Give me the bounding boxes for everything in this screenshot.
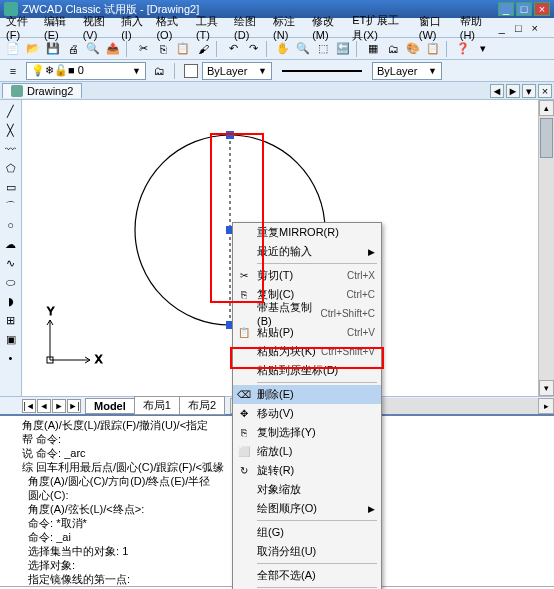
maximize-button[interactable]: □ bbox=[516, 2, 532, 16]
doc-tab-active[interactable]: Drawing2 bbox=[2, 83, 82, 98]
menu-item[interactable]: ✥移动(V) bbox=[233, 404, 381, 423]
du-icon[interactable]: ▾ bbox=[474, 40, 492, 58]
match-icon[interactable]: 🖌 bbox=[194, 40, 212, 58]
copy-icon[interactable]: ⎘ bbox=[154, 40, 172, 58]
props-icon[interactable]: ▦ bbox=[364, 40, 382, 58]
spline-icon[interactable]: ∿ bbox=[2, 254, 20, 272]
tab-next[interactable]: ► bbox=[506, 84, 520, 98]
layout-1[interactable]: 布局1 bbox=[134, 396, 180, 415]
open-icon[interactable]: 📂 bbox=[24, 40, 42, 58]
menu-shortcut: Ctrl+X bbox=[347, 270, 375, 281]
dc-icon[interactable]: 🗂 bbox=[384, 40, 402, 58]
layout-2[interactable]: 布局2 bbox=[179, 396, 225, 415]
scroll-up[interactable]: ▴ bbox=[539, 100, 554, 116]
layout-model[interactable]: Model bbox=[85, 398, 135, 414]
menu-format[interactable]: 格式(O) bbox=[156, 14, 186, 41]
lt-last[interactable]: ►| bbox=[67, 399, 81, 413]
save-icon[interactable]: 💾 bbox=[44, 40, 62, 58]
cl-icon[interactable]: 📋 bbox=[424, 40, 442, 58]
menu-item[interactable]: 组(G) bbox=[233, 523, 381, 542]
menu-modify[interactable]: 修改(M) bbox=[312, 14, 342, 41]
zoom-rt-icon[interactable]: 🔍 bbox=[294, 40, 312, 58]
insert-icon[interactable]: ⊞ bbox=[2, 311, 20, 329]
paste-icon[interactable]: 📋 bbox=[174, 40, 192, 58]
menu-separator bbox=[257, 382, 377, 383]
preview-icon[interactable]: 🔍 bbox=[84, 40, 102, 58]
new-icon[interactable]: 📄 bbox=[4, 40, 22, 58]
revcloud-icon[interactable]: ☁ bbox=[2, 235, 20, 253]
publish-icon[interactable]: 📤 bbox=[104, 40, 122, 58]
minimize-button[interactable]: _ bbox=[498, 2, 514, 16]
linetype-combo[interactable]: ByLayer▼ bbox=[372, 62, 442, 80]
menu-item[interactable]: 绘图顺序(O)▶ bbox=[233, 499, 381, 518]
rect-icon[interactable]: ▭ bbox=[2, 178, 20, 196]
menu-label: 重复MIRROR(R) bbox=[257, 225, 339, 240]
zoom-prev-icon[interactable]: 🔙 bbox=[334, 40, 352, 58]
mdi-min[interactable]: _ bbox=[499, 22, 505, 34]
menu-item[interactable]: ⌫删除(E) bbox=[233, 385, 381, 404]
point-icon[interactable]: • bbox=[2, 349, 20, 367]
menu-item[interactable]: 最近的输入▶ bbox=[233, 242, 381, 261]
ellipsearc-icon[interactable]: ◗ bbox=[2, 292, 20, 310]
block-icon[interactable]: ▣ bbox=[2, 330, 20, 348]
undo-icon[interactable]: ↶ bbox=[224, 40, 242, 58]
menu-window[interactable]: 窗口(W) bbox=[419, 14, 450, 41]
lt-next[interactable]: ► bbox=[52, 399, 66, 413]
xline-icon[interactable]: ╳ bbox=[2, 121, 20, 139]
menu-draw[interactable]: 绘图(D) bbox=[234, 14, 263, 41]
menu-label: 缩放(L) bbox=[257, 444, 292, 459]
menu-item[interactable]: 带基点复制(B)Ctrl+Shift+C bbox=[233, 304, 381, 323]
menu-file[interactable]: 文件(F) bbox=[6, 14, 34, 41]
mdi-close[interactable]: × bbox=[532, 22, 538, 34]
menu-shortcut: Ctrl+Shift+V bbox=[321, 346, 375, 357]
menu-view[interactable]: 视图(V) bbox=[83, 14, 112, 41]
vertical-scrollbar[interactable]: ▴ ▾ bbox=[538, 100, 554, 396]
tp-icon[interactable]: 🎨 bbox=[404, 40, 422, 58]
menu-item[interactable]: ⎘复制选择(Y) bbox=[233, 423, 381, 442]
menu-help[interactable]: 帮助(H) bbox=[460, 14, 489, 41]
tab-list[interactable]: ▾ bbox=[522, 84, 536, 98]
cut-icon[interactable]: ✂ bbox=[134, 40, 152, 58]
tab-close[interactable]: × bbox=[538, 84, 552, 98]
ellipse-icon[interactable]: ⬭ bbox=[2, 273, 20, 291]
menu-label: 粘贴到原坐标(D) bbox=[257, 363, 338, 378]
menu-item[interactable]: 对象缩放 bbox=[233, 480, 381, 499]
line-icon[interactable]: ╱ bbox=[2, 102, 20, 120]
menu-et[interactable]: ET扩展工具(X) bbox=[352, 13, 409, 43]
menu-item[interactable]: 取消分组(U) bbox=[233, 542, 381, 561]
menu-item[interactable]: 粘贴为块(K)Ctrl+Shift+V bbox=[233, 342, 381, 361]
menu-separator bbox=[257, 263, 377, 264]
scroll-down[interactable]: ▾ bbox=[539, 380, 554, 396]
menu-tools[interactable]: 工具(T) bbox=[196, 14, 224, 41]
polygon-icon[interactable]: ⬠ bbox=[2, 159, 20, 177]
layer-icon[interactable]: ≡ bbox=[4, 62, 22, 80]
close-button[interactable]: × bbox=[534, 2, 550, 16]
menu-icon: ↻ bbox=[237, 464, 251, 478]
zoom-win-icon[interactable]: ⬚ bbox=[314, 40, 332, 58]
print-icon[interactable]: 🖨 bbox=[64, 40, 82, 58]
help-icon[interactable]: ❓ bbox=[454, 40, 472, 58]
menu-item[interactable]: 粘贴到原坐标(D) bbox=[233, 361, 381, 380]
pan-icon[interactable]: ✋ bbox=[274, 40, 292, 58]
menu-insert[interactable]: 插入(I) bbox=[121, 14, 146, 41]
menu-item[interactable]: ✂剪切(T)Ctrl+X bbox=[233, 266, 381, 285]
menu-item[interactable]: 📋粘贴(P)Ctrl+V bbox=[233, 323, 381, 342]
layer-combo[interactable]: 💡❄🔓■ 0▼ bbox=[26, 62, 146, 80]
menu-edit[interactable]: 编辑(E) bbox=[44, 14, 73, 41]
menu-item[interactable]: ↻旋转(R) bbox=[233, 461, 381, 480]
lt-first[interactable]: |◄ bbox=[22, 399, 36, 413]
color-swatch[interactable] bbox=[184, 64, 198, 78]
arc-icon[interactable]: ⌒ bbox=[2, 197, 20, 215]
pline-icon[interactable]: 〰 bbox=[2, 140, 20, 158]
menu-dimension[interactable]: 标注(N) bbox=[273, 14, 302, 41]
tab-prev[interactable]: ◄ bbox=[490, 84, 504, 98]
mdi-max[interactable]: □ bbox=[515, 22, 522, 34]
circle-icon[interactable]: ○ bbox=[2, 216, 20, 234]
menu-item[interactable]: 全部不选(A) bbox=[233, 566, 381, 585]
redo-icon[interactable]: ↷ bbox=[244, 40, 262, 58]
color-combo[interactable]: ByLayer▼ bbox=[202, 62, 272, 80]
menu-item[interactable]: ⬜缩放(L) bbox=[233, 442, 381, 461]
lt-prev[interactable]: ◄ bbox=[37, 399, 51, 413]
menu-item[interactable]: 重复MIRROR(R) bbox=[233, 223, 381, 242]
layermgr-icon[interactable]: 🗂 bbox=[150, 62, 168, 80]
